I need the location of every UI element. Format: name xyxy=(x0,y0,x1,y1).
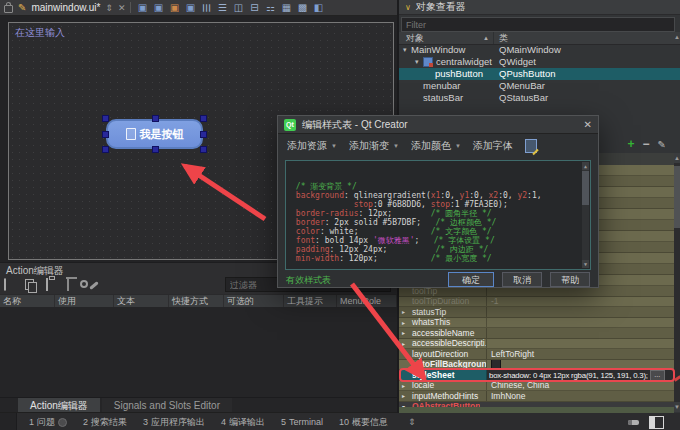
action-column-名称[interactable]: 名称 xyxy=(0,295,55,307)
property-row-locale[interactable]: ▸localeChinese, China xyxy=(399,381,674,392)
edit-signals-slots-icon[interactable]: ▣ xyxy=(152,2,164,14)
tree-row-statusBar[interactable]: statusBarQStatusBar xyxy=(399,92,680,104)
property-value[interactable] xyxy=(487,339,674,349)
configure-property-icon[interactable]: ✎ xyxy=(658,139,666,150)
code-scroll-up-icon[interactable]: ▲ xyxy=(582,162,589,170)
output-pane-10[interactable]: 10概要信息 xyxy=(339,416,388,429)
panel-toggle-icon[interactable] xyxy=(649,416,664,429)
tree-scroll-up-icon[interactable]: ▲ xyxy=(674,33,680,42)
resize-handle-se[interactable] xyxy=(200,146,207,153)
expand-arrow-icon[interactable]: ▸ xyxy=(402,381,405,392)
column-class[interactable]: 类 xyxy=(494,32,508,44)
resize-handle-n[interactable] xyxy=(152,115,159,122)
dialog-title-bar[interactable]: Qt 编辑样式表 - Qt Creator ✕ xyxy=(278,116,598,134)
property-row-autoFillBackground[interactable]: autoFillBackground xyxy=(399,360,674,371)
stylesheet-code-editor[interactable]: /* 渐变背景 */ background: qlineargradient(x… xyxy=(285,160,591,270)
resize-handle-e[interactable] xyxy=(200,131,207,138)
dialog-close-icon[interactable]: ✕ xyxy=(584,119,592,130)
checkbox-unchecked[interactable] xyxy=(491,360,501,370)
tree-row-menubar[interactable]: menubarQMenuBar xyxy=(399,80,680,92)
action-column-快捷方式[interactable]: 快捷方式 xyxy=(169,295,224,307)
clear-icon[interactable] xyxy=(628,420,639,425)
remove-property-icon[interactable]: − xyxy=(643,137,650,151)
add-2-button[interactable]: 添加颜色▼ xyxy=(411,139,461,153)
layout-horizontally-icon[interactable]: ☰ xyxy=(200,2,212,14)
property-value[interactable]: Chinese, China xyxy=(487,381,674,391)
pane-updown-icon[interactable]: ⇕ xyxy=(408,417,416,427)
property-value[interactable] xyxy=(487,307,674,317)
stylesheet-value-cell[interactable]: box-shadow: 0 4px 12px rgba(91, 125, 191… xyxy=(487,370,674,381)
property-value[interactable] xyxy=(487,328,674,338)
tree-row-MainWindow[interactable]: ▾MainWindowQMainWindow xyxy=(399,44,680,56)
bottom-tab-Action编辑器[interactable]: Action编辑器 xyxy=(18,398,100,412)
lock-icon[interactable] xyxy=(4,5,13,13)
cancel-button[interactable]: 取消 xyxy=(502,272,542,287)
action-column-文本[interactable]: 文本 xyxy=(114,295,169,307)
action-column-使用[interactable]: 使用 xyxy=(55,295,114,307)
stylesheet-more-button[interactable]: ... xyxy=(650,370,665,381)
property-value[interactable]: -1 xyxy=(487,297,674,307)
add-1-button[interactable]: 添加渐变▼ xyxy=(349,139,399,153)
ok-button[interactable]: 确定 xyxy=(448,272,494,287)
expand-arrow-icon[interactable]: ▸ xyxy=(402,318,405,329)
add-3-button[interactable]: 添加字体 xyxy=(473,139,513,153)
copy-action-icon[interactable] xyxy=(25,279,37,292)
object-inspector-header[interactable]: ∨ 对象查看器 xyxy=(399,0,680,15)
pushbutton-selection[interactable]: 我是按钮 xyxy=(103,116,206,152)
configure-action-icon[interactable] xyxy=(88,279,100,292)
property-row-layoutDirection[interactable]: layoutDirectionLeftToRight xyxy=(399,349,674,360)
expand-arrow-icon[interactable]: ▸ xyxy=(402,307,405,318)
tree-row-centralwidget[interactable]: ▾centralwidgetQWidget xyxy=(399,56,680,68)
resize-handle-nw[interactable] xyxy=(102,115,109,122)
layout-grid-icon[interactable]: ▦ xyxy=(280,2,292,14)
layout-split-horizontal-icon[interactable]: ◫ xyxy=(232,2,244,14)
output-pane-2[interactable]: 2搜索结果 xyxy=(83,416,127,429)
property-row-inputMethodHints[interactable]: ▸inputMethodHintsImhNone xyxy=(399,391,674,402)
paste-action-icon[interactable] xyxy=(46,279,58,292)
layout-form-icon[interactable]: ⚏ xyxy=(264,2,276,14)
add-0-button[interactable]: 添加资源▼ xyxy=(287,139,337,153)
edit-resource-icon[interactable] xyxy=(525,139,537,153)
resize-handle-sw[interactable] xyxy=(102,146,109,153)
property-value[interactable]: ImhNone xyxy=(487,391,674,401)
tree-row-pushButton[interactable]: pushButtonQPushButton xyxy=(399,68,680,80)
expander-icon[interactable]: ▾ xyxy=(403,44,411,56)
code-scrollbar[interactable]: ▲ ▼ xyxy=(582,162,589,268)
column-object[interactable]: 对象 ▲ xyxy=(399,32,494,44)
property-value[interactable]: LeftToRight xyxy=(487,349,674,359)
expander-icon[interactable]: ▾ xyxy=(415,56,423,68)
help-button[interactable]: 帮助 xyxy=(550,272,590,287)
expand-arrow-icon[interactable]: ▸ xyxy=(402,339,405,350)
edit-buddies-icon[interactable]: ▣ xyxy=(168,2,180,14)
menubar-placeholder[interactable]: 在这里输入 xyxy=(15,26,65,40)
action-column-工具提示[interactable]: 工具提示 xyxy=(284,295,337,307)
edit-tab-order-icon[interactable]: ▣ xyxy=(184,2,196,14)
resize-handle-ne[interactable] xyxy=(200,115,207,122)
property-row-accessibleDescripti...[interactable]: ▸accessibleDescripti... xyxy=(399,339,674,350)
layout-vertically-icon[interactable]: ☰ xyxy=(216,2,228,14)
break-layout-icon[interactable]: ▩ xyxy=(296,2,308,14)
collapse-chevron-icon[interactable]: ∨ xyxy=(405,3,411,12)
edit-widgets-icon[interactable]: ▣ xyxy=(136,2,148,14)
sidebar-toggle-icon[interactable] xyxy=(0,413,17,430)
push-button[interactable]: 我是按钮 xyxy=(106,119,203,149)
output-pane-4[interactable]: 4编译输出 xyxy=(221,416,265,429)
delete-action-icon[interactable] xyxy=(67,279,79,292)
property-row-statusTip[interactable]: ▸statusTip xyxy=(399,307,674,318)
property-row-whatsThis[interactable]: ▸whatsThis xyxy=(399,318,674,329)
object-filter-input[interactable] xyxy=(401,17,675,32)
scrollbar-thumb[interactable] xyxy=(674,166,680,228)
property-row-accessibleName[interactable]: ▸accessibleName xyxy=(399,328,674,339)
output-pane-1[interactable]: 1问题 xyxy=(29,416,67,429)
action-table-body[interactable] xyxy=(0,307,397,398)
output-pane-5[interactable]: 5Terminal xyxy=(281,417,323,427)
add-property-icon[interactable]: + xyxy=(628,137,635,151)
adjust-size-icon[interactable]: ◧ xyxy=(312,2,324,14)
action-column-MenuRole[interactable]: MenuRole xyxy=(337,295,397,307)
new-action-icon[interactable] xyxy=(4,279,16,292)
property-row-styleSheet[interactable]: styleSheetbox-shadow: 0 4px 12px rgba(91… xyxy=(399,370,674,381)
property-row-toolTipDuration[interactable]: toolTipDuration-1 xyxy=(399,297,674,308)
document-tab-title[interactable]: mainwindow.ui* xyxy=(31,2,100,13)
close-document-icon[interactable]: ✕ xyxy=(118,3,126,13)
bottom-tab-Signals and Slots Editor[interactable]: Signals and Slots Editor xyxy=(102,398,232,412)
